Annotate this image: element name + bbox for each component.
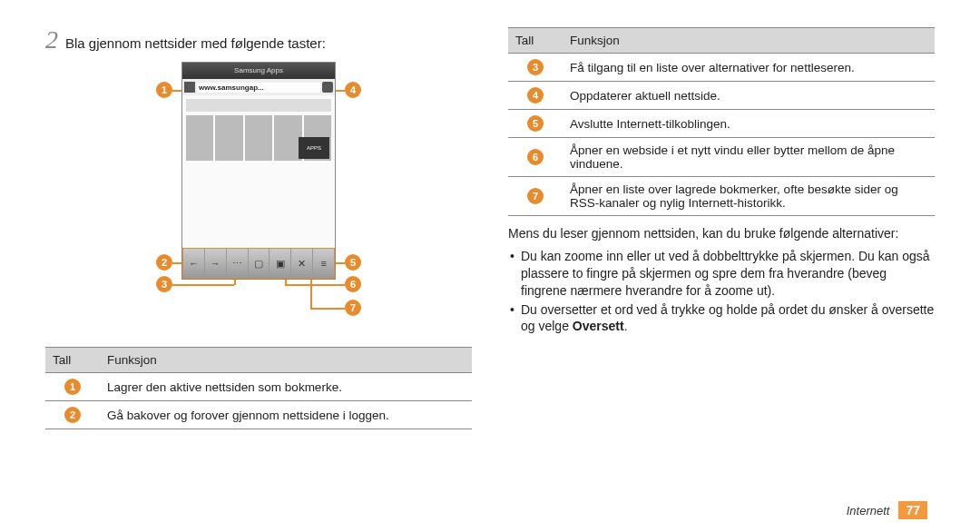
table-row: 7 Åpner en liste over lagrede bokmerker,… [508, 177, 935, 216]
th-num: Tall [45, 348, 100, 373]
url-text: www.samsungap... [197, 83, 320, 93]
options-list: Du kan zoome inn eller ut ved å dobbeltt… [508, 248, 935, 335]
row-text: Få tilgang til en liste over alternative… [563, 54, 935, 82]
callout-3: 3 [156, 276, 172, 292]
bullet2-bold: Oversett [573, 319, 624, 333]
table-row: 2 Gå bakover og forover gjennom nettside… [45, 401, 472, 429]
phone-titlebar: Samsung Apps [182, 63, 335, 79]
row-num: 6 [527, 149, 544, 165]
callout-2: 2 [156, 254, 172, 271]
phone-urlbar: www.samsungap... [182, 79, 335, 95]
lead-line [336, 90, 345, 92]
function-table-1: Tall Funksjon 1 Lagrer den aktive nettsi… [45, 347, 472, 429]
phone-illustration: 1 2 3 4 5 6 7 Samsung Apps www [136, 62, 381, 334]
table-row: 4 Oppdaterer aktuell nettside. [508, 82, 935, 110]
lead-line [172, 262, 181, 264]
callout-5: 5 [345, 254, 361, 271]
bullet2-suffix: . [624, 319, 628, 333]
callout-1: 1 [156, 82, 172, 98]
table-row: 1 Lagrer den aktive nettsiden som bokmer… [45, 373, 472, 401]
th-num: Tall [508, 28, 563, 54]
footer-section: Internett [847, 504, 890, 517]
page-content: APPS [182, 95, 335, 248]
th-func: Funksjon [100, 348, 472, 373]
step-number: 2 [45, 27, 58, 53]
footer-page-number: 77 [898, 501, 927, 519]
intro-paragraph: Mens du leser gjennom nettsiden, kan du … [508, 225, 935, 242]
row-num: 7 [527, 188, 544, 204]
lead-line [234, 280, 236, 285]
row-text: Gå bakover og forover gjennom nettsidene… [100, 401, 472, 429]
callout-6: 6 [345, 276, 361, 292]
lead-line [336, 262, 345, 264]
function-table-2: Tall Funksjon 3 Få tilgang til en liste … [508, 27, 935, 216]
phone-toolbar: ← → ⋯ ▢ ▣ ✕ ≡ [182, 248, 335, 279]
phone-mock: Samsung Apps www.samsungap... APPS ← → ⋯… [181, 62, 336, 280]
table-row: 3 Få tilgang til en liste over alternati… [508, 54, 935, 82]
lead-line [172, 90, 181, 92]
bookmarks-icon: ≡ [313, 249, 334, 278]
forward-icon: → [205, 249, 227, 278]
row-num: 3 [527, 59, 544, 75]
table-row: 6 Åpner en webside i et nytt vindu eller… [508, 138, 935, 177]
new-window-icon: ▢ [249, 249, 270, 278]
apps-badge: APPS [299, 137, 329, 159]
close-icon: ✕ [291, 249, 313, 278]
step-text: Bla gjennom nettsider med følgende taste… [65, 32, 326, 51]
row-text: Åpner en webside i et nytt vindu eller b… [563, 138, 935, 177]
row-num: 4 [527, 87, 544, 103]
page-footer: Internett 77 [847, 501, 927, 519]
row-text: Avslutte Internett-tilkoblingen. [563, 110, 935, 138]
callout-4: 4 [345, 82, 361, 98]
row-num: 1 [64, 379, 81, 395]
windows-icon: ▣ [270, 249, 291, 278]
lead-line [310, 280, 312, 309]
table-row: 5 Avslutte Internett-tilkoblingen. [508, 110, 935, 138]
list-item: Du oversetter et ord ved å trykke og hol… [508, 301, 935, 336]
th-func: Funksjon [563, 28, 935, 54]
back-icon: ← [183, 249, 205, 278]
step-heading: 2 Bla gjennom nettsider med følgende tas… [45, 27, 472, 53]
lead-line [310, 308, 345, 310]
lead-line [172, 284, 234, 286]
reload-icon [322, 82, 333, 93]
row-num: 5 [527, 115, 544, 132]
row-text: Åpner en liste over lagrede bokmerker, o… [563, 177, 935, 216]
callout-7: 7 [345, 300, 361, 316]
lead-line [285, 284, 345, 286]
row-text: Lagrer den aktive nettsiden som bokmerke… [100, 373, 472, 401]
row-text: Oppdaterer aktuell nettside. [563, 82, 935, 110]
list-item: Du kan zoome inn eller ut ved å dobbeltt… [508, 248, 935, 300]
bookmark-star-icon [184, 82, 195, 93]
row-num: 2 [64, 407, 81, 423]
left-column: 2 Bla gjennom nettsider med følgende tas… [45, 27, 472, 429]
menu-icon: ⋯ [227, 249, 249, 278]
right-column: Tall Funksjon 3 Få tilgang til en liste … [508, 27, 935, 429]
